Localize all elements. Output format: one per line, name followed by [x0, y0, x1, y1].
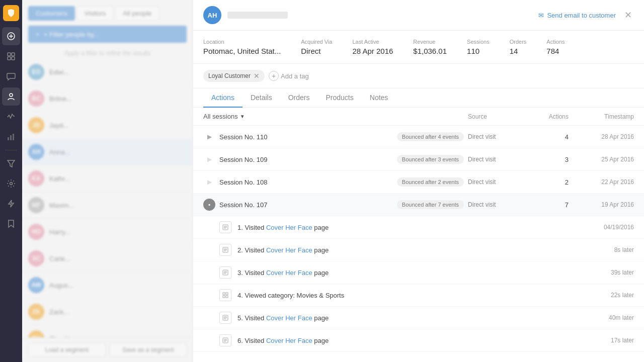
session-name: Session No. 109 — [219, 156, 397, 163]
stat-location: Location Potomac, United Stat... — [203, 39, 281, 55]
svg-marker-11 — [9, 200, 14, 207]
col-header-actions: Actions — [528, 113, 569, 120]
stat-revenue: Revenue $1,036.01 — [413, 39, 447, 55]
sidebar-analytics-icon[interactable] — [2, 128, 20, 146]
page-icon — [219, 221, 231, 233]
list-item[interactable]: ZK Zack... — [22, 299, 193, 325]
sessions-filter[interactable]: All sessions ▼ — [203, 113, 245, 120]
action-row: 6. Visited Cover Her Face page 17s later — [193, 329, 644, 352]
sidebar-people-icon[interactable] — [2, 87, 20, 106]
list-item[interactable]: AH Anna... — [22, 139, 193, 165]
app-logo[interactable] — [3, 5, 19, 21]
tab-notes[interactable]: Notes — [362, 88, 396, 108]
table-header: All sessions ▼ Source Actions Timestamp — [193, 108, 644, 126]
stat-orders-value: 14 — [510, 47, 527, 55]
save-segment-button[interactable]: Save as a segment — [110, 343, 187, 357]
plus-icon: ＋ — [34, 30, 41, 39]
avatar: AH — [28, 144, 44, 160]
stat-acquired: Acquired via Direct — [301, 39, 332, 55]
load-segment-button[interactable]: Load a segment — [28, 343, 106, 357]
add-tag-button[interactable]: + Add a tag — [269, 71, 309, 81]
stat-acquired-label: Acquired via — [301, 39, 332, 45]
list-item[interactable]: JD Jayd... — [22, 112, 193, 139]
detail-header: AH ✉ Send email to customer ✕ — [193, 0, 644, 31]
session-source: Direct visit — [468, 178, 528, 186]
sidebar-dashboard-icon[interactable] — [2, 47, 20, 65]
action-row: 5. Visited Cover Her Face page 40m later — [193, 307, 644, 329]
list-item[interactable]: BC Britne... — [22, 85, 193, 112]
expand-icon: ▪ — [203, 199, 215, 211]
list-item[interactable]: KA Kathr... — [22, 165, 193, 192]
expand-icon: ▶ — [203, 153, 215, 165]
sidebar-chat-icon[interactable] — [2, 67, 20, 85]
tab-orders[interactable]: Orders — [280, 88, 318, 108]
avatar: KA — [28, 170, 44, 187]
sidebar — [0, 0, 22, 362]
close-button[interactable]: ✕ — [622, 9, 634, 21]
session-row[interactable]: ▪ Session No. 107 Bounced after 7 events… — [193, 194, 644, 216]
list-item[interactable]: EO Edwi... — [22, 59, 193, 85]
svg-marker-9 — [8, 160, 15, 167]
list-item[interactable]: SC Carle... — [22, 245, 193, 272]
action-text: 1. Visited Cover Her Face page — [237, 224, 588, 231]
tab-customers[interactable]: Customers — [28, 6, 75, 21]
sidebar-bookmark-icon[interactable] — [2, 215, 20, 233]
session-source: Direct visit — [468, 156, 528, 163]
avatar: AW — [28, 277, 44, 293]
stat-location-value: Potomac, United Stat... — [203, 47, 281, 55]
session-name: Session No. 110 — [219, 133, 397, 141]
action-link[interactable]: Cover Her Face — [266, 224, 312, 231]
sidebar-settings-icon[interactable] — [2, 174, 20, 193]
stat-last-active: Last Active 28 Apr 2016 — [352, 39, 393, 55]
detail-panel: AH ✉ Send email to customer ✕ Location P… — [193, 0, 644, 362]
session-actions-count: 3 — [528, 156, 569, 163]
list-item[interactable]: AW Augus... — [22, 272, 193, 299]
list-item[interactable]: MF Maxim... — [22, 192, 193, 219]
svg-rect-26 — [223, 296, 225, 298]
session-row[interactable]: ▶ Session No. 108 Bounced after 2 events… — [193, 171, 644, 194]
session-actions-count: 7 — [528, 201, 569, 209]
customer-name: Edwi... — [49, 68, 69, 76]
action-row: 1. Visited Cover Her Face page 04/19/201… — [193, 216, 644, 239]
sidebar-divider — [5, 150, 17, 150]
avatar: HO — [28, 224, 44, 240]
filter-people-button[interactable]: ＋ + Filter people by... — [28, 26, 187, 43]
action-text: 6. Visited Cover Her Face page — [237, 337, 588, 344]
stat-revenue-label: Revenue — [413, 39, 447, 45]
session-badge: Bounced after 4 events — [397, 132, 464, 141]
session-row[interactable]: ▶ Session No. 109 Bounced after 3 events… — [193, 148, 644, 171]
session-timestamp: 25 Apr 2016 — [569, 156, 634, 163]
list-item[interactable]: HO Harry... — [22, 219, 193, 245]
session-row[interactable]: ▶ Session No. 110 Bounced after 4 events… — [193, 126, 644, 148]
action-row: 3. Visited Cover Her Face page 39s later — [193, 261, 644, 284]
tab-all-people[interactable]: All people — [115, 6, 159, 21]
session-actions-count: 4 — [528, 133, 569, 141]
tag-loyal-customer: Loyal Customer ✕ — [203, 70, 265, 82]
nav-tabs: Actions Details Orders Products Notes — [193, 88, 644, 108]
sidebar-activity-icon[interactable] — [2, 108, 20, 126]
sidebar-filter-icon[interactable] — [2, 154, 20, 172]
avatar: SC — [28, 250, 44, 266]
action-time: 22s later — [594, 292, 634, 299]
action-link[interactable]: Cover Her Face — [266, 246, 312, 254]
tag-close-icon[interactable]: ✕ — [254, 72, 260, 80]
tab-actions[interactable]: Actions — [203, 88, 243, 108]
chevron-down-icon: ▼ — [240, 114, 245, 119]
tab-visitors[interactable]: Visitors — [77, 6, 113, 21]
tab-products[interactable]: Products — [318, 88, 362, 108]
action-link[interactable]: Cover Her Face — [266, 269, 312, 277]
tags-row: Loyal Customer ✕ + Add a tag — [193, 64, 644, 88]
sidebar-lightning-icon[interactable] — [2, 195, 20, 213]
send-email-button[interactable]: ✉ Send email to customer — [538, 12, 616, 19]
list-item[interactable]: GU Glen U... — [22, 325, 193, 337]
action-link[interactable]: Cover Her Face — [266, 337, 312, 344]
col-header-timestamp: Timestamp — [569, 113, 634, 120]
customer-name: Kathr... — [49, 175, 70, 183]
session-name: Session No. 108 — [219, 178, 397, 186]
stat-last-active-value: 28 Apr 2016 — [352, 47, 393, 55]
tab-details[interactable]: Details — [243, 88, 280, 108]
action-link[interactable]: Cover Her Face — [266, 314, 312, 322]
avatar: BC — [28, 90, 44, 107]
sidebar-home-icon[interactable] — [2, 27, 20, 45]
email-icon: ✉ — [538, 12, 544, 19]
